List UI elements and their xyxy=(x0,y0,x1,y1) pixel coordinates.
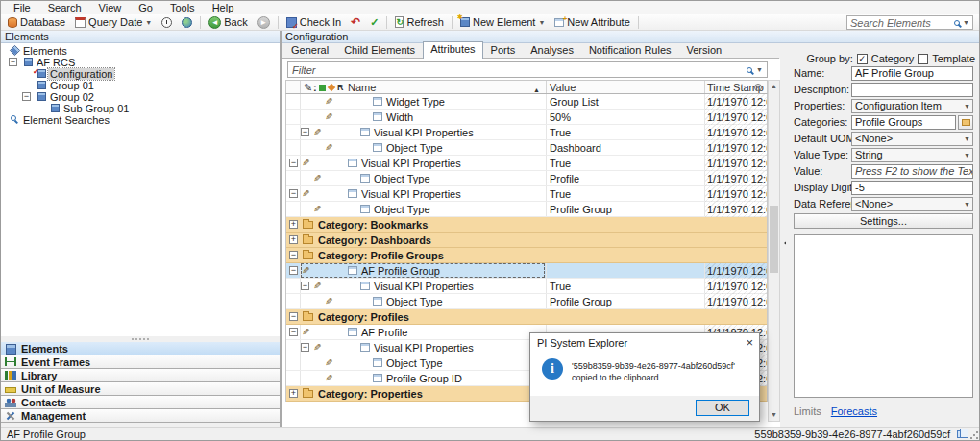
new-attribute-button[interactable]: New Attribute xyxy=(551,15,633,30)
nav-item-unit-of-measure[interactable]: Unit of Measure xyxy=(1,382,280,396)
attribute-row-af-profile-group[interactable]: −✎AF Profile Group1/1/1970 12:00:0... xyxy=(286,263,767,279)
value-preview-box[interactable] xyxy=(794,234,973,398)
row-expander-icon[interactable]: − xyxy=(301,282,309,290)
row-expander-icon[interactable]: − xyxy=(301,128,309,136)
row-expander-icon[interactable]: − xyxy=(301,343,309,352)
search-elements-input[interactable]: Search Elements ▼ xyxy=(846,15,973,30)
row-expander-icon[interactable]: − xyxy=(289,189,298,198)
grid-vertical-scrollbar[interactable]: ▲ ▼ xyxy=(768,80,780,422)
field-select-properties[interactable]: Configuration Item▼ xyxy=(851,99,973,113)
attribute-row-visual-kpi-properties[interactable]: −✎Visual KPI PropertiesTrue1/1/1970 12:0… xyxy=(286,156,767,171)
category-expander-icon[interactable]: − xyxy=(289,312,298,321)
tree-item-element-searches[interactable]: Element Searches xyxy=(1,114,280,126)
category-checkbox[interactable]: ✓ xyxy=(857,54,868,64)
menu-go[interactable]: Go xyxy=(130,1,161,14)
tab-version[interactable]: Version xyxy=(679,42,730,58)
timezone-button[interactable] xyxy=(178,15,196,30)
tab-general[interactable]: General xyxy=(283,42,336,58)
time-button[interactable] xyxy=(158,15,176,30)
menu-file[interactable]: File xyxy=(5,1,39,14)
scrollbar-thumb[interactable] xyxy=(770,206,778,273)
attribute-row-object-type[interactable]: ✎Object TypeProfile1/1/1970 12:00:0... xyxy=(286,171,767,186)
settings-button[interactable]: Settings... xyxy=(794,213,973,229)
category-expander-icon[interactable]: + xyxy=(289,235,298,244)
attribute-row-width[interactable]: ✎Width50%1/1/1970 12:00:0... xyxy=(286,110,767,125)
row-expander-icon[interactable]: − xyxy=(289,159,298,167)
nav-item-contacts[interactable]: Contacts xyxy=(1,396,280,409)
new-element-button[interactable]: New Element▼ xyxy=(456,15,549,30)
menu-search[interactable]: Search xyxy=(39,1,90,14)
field-select-default-uom[interactable]: <None>▼ xyxy=(851,132,973,146)
attribute-row-object-type[interactable]: ✎Object TypeDashboard1/1/1970 12:00:0... xyxy=(286,140,767,156)
forecasts-link[interactable]: Forecasts xyxy=(831,405,877,417)
search-icon[interactable] xyxy=(954,20,960,26)
field-input-display-digits[interactable]: -5 xyxy=(851,181,973,195)
attribute-row-object-type[interactable]: ✎Object TypeProfile Group1/1/1970 12:00:… xyxy=(286,202,767,217)
back-button[interactable]: ◄Back xyxy=(205,15,251,30)
query-date-button[interactable]: Query Date▼ xyxy=(71,15,156,30)
field-input-categories[interactable]: Profile Groups xyxy=(851,115,956,130)
attribute-row-visual-kpi-properties[interactable]: −✎Visual KPI PropertiesTrue1/1/1970 12:0… xyxy=(286,186,767,202)
attribute-row-visual-kpi-properties[interactable]: −✎Visual KPI PropertiesTrue1/1/1970 12:0… xyxy=(286,279,767,294)
search-icon[interactable] xyxy=(747,67,752,73)
tree-item-sub-group-01[interactable]: Sub Group 01 xyxy=(1,103,280,114)
category-row-category-dashboards[interactable]: +Category: Dashboards xyxy=(286,233,767,248)
row-expander-icon[interactable]: − xyxy=(289,266,298,275)
tab-child-elements[interactable]: Child Elements xyxy=(336,42,423,58)
attribute-row-visual-kpi-properties[interactable]: −✎Visual KPI PropertiesTrue1/1/1970 12:0… xyxy=(286,125,767,140)
resize-grip[interactable] xyxy=(970,431,979,440)
field-select-data-reference[interactable]: <None>▼ xyxy=(851,197,973,211)
tree-item-group-01[interactable]: Group 01 xyxy=(1,80,280,91)
scroll-up-icon[interactable]: ▲ xyxy=(769,81,779,92)
tree-item-af-rcs[interactable]: −AF RCS xyxy=(1,57,280,68)
category-expander-icon[interactable]: + xyxy=(289,389,298,398)
scroll-down-icon[interactable]: ▼ xyxy=(769,409,779,421)
value-column-header[interactable]: Value xyxy=(550,82,576,94)
tree-expander-icon[interactable]: − xyxy=(22,92,31,101)
field-input-value[interactable]: Press F2 to show the Text Visualizer dia… xyxy=(851,164,973,179)
menu-view[interactable]: View xyxy=(90,1,131,14)
apply-button[interactable]: ✓ xyxy=(366,15,382,30)
tree-item-elements[interactable]: Elements xyxy=(1,45,280,57)
column-options-gear-icon[interactable] xyxy=(754,84,762,91)
category-row-category-profiles[interactable]: −Category: Profiles xyxy=(286,309,767,325)
attribute-row-object-type[interactable]: ✎Object TypeProfile Group1/1/1970 12:00:… xyxy=(286,294,767,309)
chevron-down-icon[interactable]: ▼ xyxy=(756,66,763,73)
menu-help[interactable]: Help xyxy=(204,1,243,14)
forward-button[interactable]: ► xyxy=(254,15,274,30)
column-divider[interactable] xyxy=(546,81,547,93)
browse-button[interactable] xyxy=(958,115,973,130)
menu-tools[interactable]: Tools xyxy=(161,1,204,14)
nav-item-elements[interactable]: Elements xyxy=(1,342,280,355)
tab-analyses[interactable]: Analyses xyxy=(523,42,581,58)
column-divider[interactable] xyxy=(704,81,705,93)
tab-attributes[interactable]: Attributes xyxy=(423,41,482,59)
field-input-name[interactable]: AF Profile Group xyxy=(851,66,973,81)
tree-item-configuration[interactable]: Configuration xyxy=(1,68,280,80)
database-button[interactable]: Database xyxy=(4,15,69,30)
tree-expander-icon[interactable]: − xyxy=(9,58,17,66)
category-row-category-profile-groups[interactable]: −Category: Profile Groups xyxy=(286,248,767,263)
nav-item-management[interactable]: Management xyxy=(1,409,280,423)
field-select-value-type[interactable]: String▼ xyxy=(851,148,973,162)
attribute-row-widget-type[interactable]: ✎Widget TypeGroup List1/1/1970 12:00:0..… xyxy=(286,94,767,110)
nav-item-library[interactable]: Library xyxy=(1,369,280,382)
ok-button[interactable]: OK xyxy=(696,400,749,416)
check-in-button[interactable]: Check In xyxy=(282,15,345,30)
category-expander-icon[interactable]: − xyxy=(289,251,298,259)
undo-checkout-button[interactable]: ↶ xyxy=(347,15,364,30)
category-expander-icon[interactable]: + xyxy=(289,220,298,229)
template-checkbox[interactable] xyxy=(918,54,928,64)
field-input-description[interactable] xyxy=(851,83,973,97)
close-icon[interactable]: × xyxy=(746,335,753,351)
row-expander-icon[interactable]: − xyxy=(289,328,298,336)
tab-ports[interactable]: Ports xyxy=(483,42,524,58)
name-column-header[interactable]: Name xyxy=(348,82,376,94)
refresh-button[interactable]: Refresh xyxy=(391,15,448,30)
tree-item-group-02[interactable]: −Group 02 xyxy=(1,91,280,103)
copy-icon[interactable] xyxy=(957,430,964,438)
chevron-down-icon[interactable]: ▼ xyxy=(963,19,969,26)
filter-input[interactable]: Filter ▼ xyxy=(287,61,768,78)
tab-notification-rules[interactable]: Notification Rules xyxy=(581,42,679,58)
category-row-category-bookmarks[interactable]: +Category: Bookmarks xyxy=(286,217,767,233)
